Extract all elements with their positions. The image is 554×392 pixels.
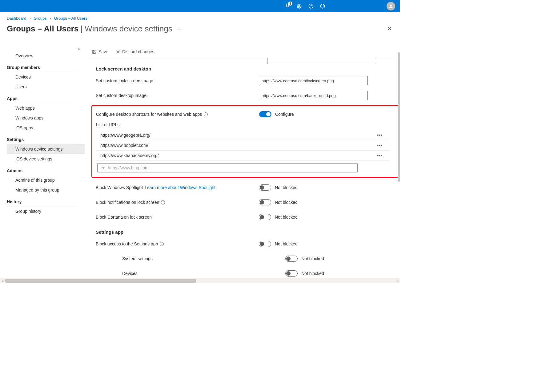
sidebar-header-group-members: Group members bbox=[7, 62, 76, 72]
sidebar-item-ios-device-settings[interactable]: iOS device settings bbox=[7, 154, 85, 164]
info-icon[interactable]: i bbox=[160, 242, 164, 246]
sidebar-item-managed-by-group[interactable]: Managed by this group bbox=[7, 185, 85, 195]
horizontal-scrollbar[interactable]: ◂ ▸ bbox=[0, 278, 400, 283]
breadcrumb-all-users[interactable]: Groups – All Users bbox=[54, 16, 87, 21]
svg-point-0 bbox=[299, 6, 300, 7]
toolbar: Save Discard changes bbox=[85, 46, 400, 58]
close-blade-button[interactable]: ✕ bbox=[386, 24, 393, 34]
lockscreen-label: Set custom lock screen image bbox=[96, 78, 259, 83]
vertical-scrollbar[interactable] bbox=[398, 52, 400, 182]
url-item-more-icon[interactable]: ••• bbox=[377, 153, 389, 158]
settings-gear-icon[interactable] bbox=[296, 3, 302, 9]
lockscreen-input[interactable] bbox=[259, 76, 368, 85]
svg-rect-8 bbox=[94, 50, 95, 51]
cortana-toggle[interactable] bbox=[259, 214, 271, 220]
svg-rect-7 bbox=[93, 50, 96, 53]
sidebar: « Overview Group members Devices Users A… bbox=[0, 46, 85, 283]
collapse-sidebar-icon[interactable]: « bbox=[7, 46, 85, 51]
user-avatar[interactable] bbox=[387, 2, 395, 10]
spotlight-link[interactable]: Learn more about Windows Spotlight bbox=[145, 185, 215, 190]
form-pane: Save Discard changes ▴ Lock screen and d… bbox=[85, 46, 400, 283]
page-title: Groups – All Users | Windows device sett… bbox=[7, 24, 181, 34]
shortcuts-toggle[interactable] bbox=[259, 111, 271, 117]
truncated-select[interactable] bbox=[267, 58, 376, 64]
sidebar-item-users[interactable]: Users bbox=[7, 82, 85, 92]
url-item: https://www.popplet.com/ ••• bbox=[96, 140, 390, 151]
breadcrumb: Dashboard › Groups › Groups – All Users bbox=[0, 12, 400, 22]
section-lock-screen: Lock screen and desktop bbox=[96, 66, 391, 71]
shortcuts-highlight-box: Configure desktop shortcuts for websites… bbox=[91, 105, 400, 178]
spotlight-label: Block Windows Spotlight Learn more about… bbox=[96, 185, 259, 190]
sidebar-item-devices[interactable]: Devices bbox=[7, 72, 85, 82]
top-bar: 6 bbox=[0, 0, 400, 12]
shortcuts-toggle-label: Configure bbox=[275, 112, 294, 117]
sidebar-header-settings: Settings bbox=[7, 134, 76, 144]
block-settings-toggle[interactable] bbox=[259, 241, 271, 247]
notifications-toggle[interactable] bbox=[259, 199, 271, 205]
desktop-label: Set custom desktop image bbox=[96, 93, 259, 98]
svg-rect-9 bbox=[93, 52, 95, 54]
url-item-more-icon[interactable]: ••• bbox=[377, 133, 389, 138]
spotlight-toggle[interactable] bbox=[259, 184, 271, 191]
save-button[interactable]: Save bbox=[89, 48, 111, 55]
cortana-label: Block Cortana on lock screen bbox=[96, 215, 259, 220]
url-item: https://www.geogebra.org/ ••• bbox=[96, 130, 390, 140]
block-settings-label: Block access to the Settings app i bbox=[96, 241, 259, 246]
system-settings-toggle[interactable] bbox=[285, 256, 298, 262]
desktop-input[interactable] bbox=[259, 91, 368, 100]
url-item: https://www.khanacademy.org/ ••• bbox=[96, 151, 390, 161]
list-of-urls-header: List of URLs bbox=[96, 122, 390, 127]
url-item-more-icon[interactable]: ••• bbox=[377, 143, 389, 148]
sidebar-item-admins-of-group[interactable]: Admins of this group bbox=[7, 175, 85, 185]
help-icon[interactable] bbox=[308, 3, 314, 9]
svg-point-3 bbox=[320, 4, 325, 8]
notifications-label: Block notifications on lock screen i bbox=[96, 200, 259, 205]
shortcuts-label: Configure desktop shortcuts for websites… bbox=[96, 112, 259, 117]
devices-setting-label: Devices bbox=[122, 271, 285, 276]
svg-point-2 bbox=[311, 7, 311, 7]
scroll-right-icon[interactable]: ▸ bbox=[395, 278, 400, 283]
notification-badge: 6 bbox=[288, 2, 292, 6]
discard-button[interactable]: Discard changes bbox=[113, 48, 157, 55]
system-settings-label: System settings bbox=[122, 256, 285, 261]
svg-point-4 bbox=[322, 6, 322, 6]
info-icon[interactable]: i bbox=[204, 112, 208, 116]
sidebar-item-windows-device-settings[interactable]: Windows device settings bbox=[7, 144, 85, 154]
notifications-icon[interactable]: 6 bbox=[284, 3, 291, 9]
scroll-left-icon[interactable]: ◂ bbox=[0, 278, 5, 283]
add-url-input[interactable] bbox=[97, 163, 358, 172]
svg-point-5 bbox=[323, 6, 323, 6]
svg-point-6 bbox=[390, 5, 392, 6]
breadcrumb-dashboard[interactable]: Dashboard bbox=[7, 16, 26, 21]
sidebar-item-group-history[interactable]: Group history bbox=[7, 206, 85, 216]
breadcrumb-groups[interactable]: Groups bbox=[34, 16, 47, 21]
sidebar-header-admins: Admins bbox=[7, 165, 76, 175]
sidebar-header-apps: Apps bbox=[7, 93, 76, 103]
more-actions-icon[interactable]: ··· bbox=[177, 27, 181, 32]
sidebar-item-web-apps[interactable]: Web apps bbox=[7, 103, 85, 113]
sidebar-item-ios-apps[interactable]: iOS apps bbox=[7, 123, 85, 133]
devices-setting-toggle[interactable] bbox=[285, 270, 298, 277]
feedback-smile-icon[interactable] bbox=[319, 3, 326, 9]
sidebar-header-history: History bbox=[7, 196, 76, 206]
info-icon[interactable]: i bbox=[161, 200, 165, 204]
sidebar-item-windows-apps[interactable]: Windows apps bbox=[7, 113, 85, 123]
sidebar-item-overview[interactable]: Overview bbox=[7, 51, 85, 61]
section-settings-app: Settings app bbox=[96, 229, 391, 235]
